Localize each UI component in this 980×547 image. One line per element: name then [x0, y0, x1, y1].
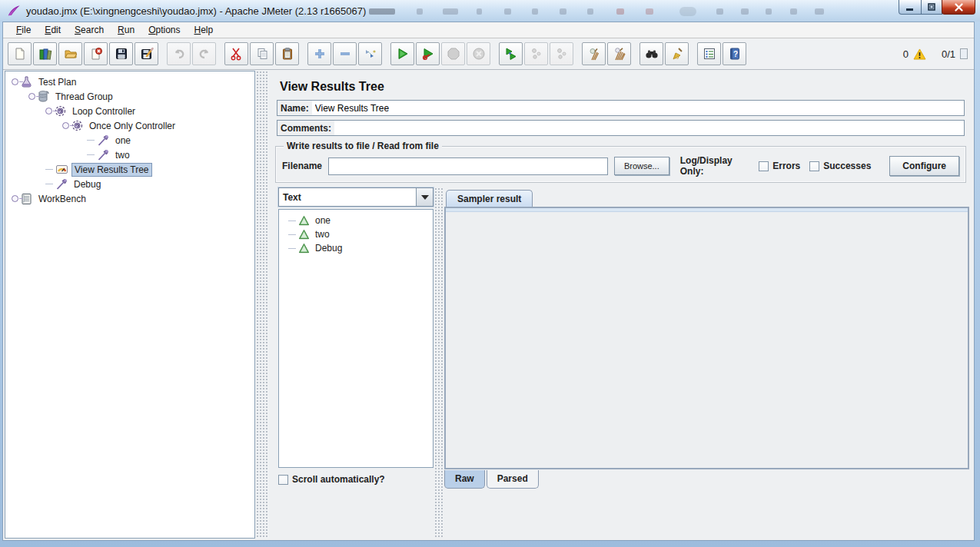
result-label[interactable]: two	[313, 228, 332, 240]
expand-knob[interactable]	[45, 108, 52, 114]
tree-node-two[interactable]: two	[5, 148, 254, 162]
viewer-split-divider[interactable]	[434, 187, 443, 537]
tree-connector	[288, 234, 296, 235]
successes-checkbox[interactable]	[809, 161, 819, 171]
start-no-pauses-button[interactable]	[416, 42, 440, 65]
expand-knob[interactable]	[62, 122, 69, 129]
name-input[interactable]	[312, 101, 964, 115]
collapse-all-button[interactable]	[333, 42, 357, 65]
tab-raw[interactable]: Raw	[444, 470, 485, 489]
expand-knob[interactable]	[12, 195, 18, 202]
tree-node-label[interactable]: Test Plan	[36, 76, 78, 88]
tab-sampler-result[interactable]: Sampler result	[446, 190, 533, 207]
tree-node-once-only-controller[interactable]: Once Only Controller	[5, 118, 254, 133]
filename-input[interactable]	[328, 157, 608, 175]
stop-button[interactable]	[441, 42, 465, 65]
warning-icon[interactable]	[913, 48, 926, 60]
search-reset-button[interactable]	[665, 42, 689, 65]
tab-parsed[interactable]: Parsed	[487, 470, 539, 489]
sampler-result-content[interactable]	[444, 207, 969, 469]
start-button[interactable]	[390, 42, 414, 65]
tree-connector	[87, 154, 95, 155]
tree-node-label[interactable]: Thread Group	[53, 91, 115, 103]
tree-node-label[interactable]: one	[113, 134, 133, 147]
binoculars-icon	[645, 47, 659, 61]
shutdown-button[interactable]	[467, 42, 490, 65]
minimize-button[interactable]	[899, 0, 922, 15]
restore-button[interactable]	[921, 0, 942, 15]
tree-connector	[87, 140, 95, 141]
close-icon	[955, 3, 963, 12]
new-file-button[interactable]	[8, 42, 32, 65]
result-row-debug[interactable]: Debug	[279, 241, 433, 255]
tree-node-label[interactable]: WorkBench	[36, 193, 88, 205]
cut-button[interactable]	[224, 42, 248, 65]
clear-all-button[interactable]	[607, 42, 631, 65]
test-running-indicator	[960, 48, 968, 59]
results-tree[interactable]: one two Debug	[278, 209, 434, 468]
remote-stop-all-icon	[530, 47, 543, 61]
menu-help[interactable]: Help	[188, 23, 221, 37]
tree-node-label[interactable]: Debug	[71, 178, 103, 191]
tree-node-workbench[interactable]: WorkBench	[5, 191, 254, 206]
close-file-icon	[89, 47, 103, 61]
search-button[interactable]	[639, 42, 663, 65]
expand-all-button[interactable]	[307, 42, 331, 65]
result-row-two[interactable]: two	[279, 227, 433, 241]
result-row-one[interactable]: one	[279, 214, 433, 227]
save-as-button[interactable]	[135, 42, 158, 65]
toggle-button[interactable]	[358, 42, 382, 65]
close-button[interactable]	[942, 0, 975, 15]
templates-button[interactable]	[33, 42, 57, 65]
remote-stop-all-button[interactable]	[524, 42, 548, 65]
titlebar[interactable]: youdao.jmx (E:\xingnengceshi\youdao.jmx)…	[0, 0, 980, 22]
menu-search[interactable]: Search	[68, 23, 111, 37]
errors-checkbox[interactable]	[759, 161, 769, 171]
remote-shutdown-all-icon	[555, 47, 569, 61]
renderer-select[interactable]: Text	[278, 187, 434, 207]
help-button[interactable]: ?	[723, 42, 746, 65]
remote-start-all-button[interactable]	[499, 42, 523, 65]
clear-button[interactable]	[582, 42, 606, 65]
titlebar-ghost-artifacts	[369, 7, 876, 16]
tree-node-label[interactable]: Once Only Controller	[87, 120, 178, 132]
combo-dropdown-button[interactable]	[416, 188, 433, 206]
copy-button[interactable]	[250, 42, 274, 65]
test-plan-tree[interactable]: Test Plan Thread Group Loop Controller O…	[5, 71, 255, 539]
undo-button[interactable]	[167, 42, 191, 65]
tree-connector	[288, 248, 296, 249]
tree-node-loop-controller[interactable]: Loop Controller	[5, 104, 254, 118]
menu-options[interactable]: Options	[141, 23, 187, 37]
browse-button[interactable]: Browse...	[614, 157, 669, 175]
expand-knob[interactable]	[12, 78, 18, 85]
remote-shutdown-all-button[interactable]	[550, 42, 573, 65]
comments-label: Comments:	[277, 121, 334, 135]
tree-node-label[interactable]: two	[113, 149, 132, 161]
result-label[interactable]: one	[313, 214, 333, 227]
tree-node-test-plan[interactable]: Test Plan	[5, 75, 254, 89]
open-file-button[interactable]	[58, 42, 82, 65]
function-helper-button[interactable]	[697, 42, 721, 65]
main-split-divider[interactable]	[256, 71, 269, 539]
scroll-automatically-checkbox[interactable]	[278, 475, 288, 485]
menu-edit[interactable]: Edit	[38, 23, 68, 37]
name-row: Name:	[277, 100, 965, 116]
tree-node-view-results-tree[interactable]: View Results Tree	[5, 162, 254, 177]
tree-node-thread-group[interactable]: Thread Group	[5, 89, 254, 104]
redo-button[interactable]	[192, 42, 216, 65]
menu-file[interactable]: File	[9, 23, 38, 37]
result-label[interactable]: Debug	[313, 242, 344, 254]
paste-button[interactable]	[275, 42, 299, 65]
menu-run[interactable]: Run	[111, 23, 141, 37]
configure-button[interactable]: Configure	[889, 156, 959, 176]
save-button[interactable]	[109, 42, 133, 65]
close-file-button[interactable]	[84, 42, 108, 65]
comments-input[interactable]	[334, 121, 964, 135]
tree-node-debug[interactable]: Debug	[5, 177, 254, 191]
expand-knob[interactable]	[28, 93, 35, 100]
tree-node-one[interactable]: one	[5, 133, 254, 148]
tree-node-label[interactable]: Loop Controller	[70, 105, 138, 118]
log-error-count[interactable]: 0	[903, 48, 909, 60]
tree-node-label[interactable]: View Results Tree	[71, 163, 152, 177]
active-threads-count: 0/1	[942, 48, 955, 60]
